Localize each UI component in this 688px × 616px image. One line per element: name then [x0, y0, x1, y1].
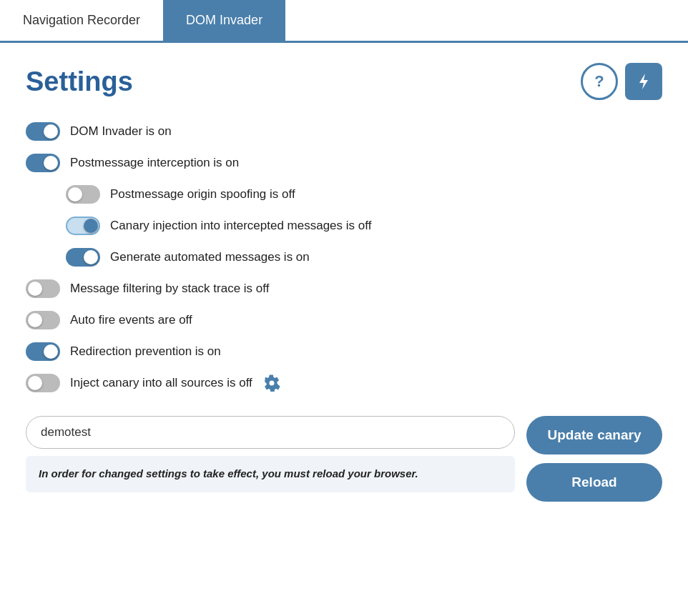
label-generate-automated: Generate automated messages is on: [110, 250, 310, 264]
left-bottom: In order for changed settings to take ef…: [26, 416, 515, 492]
toggle-postmessage-origin-spoofing[interactable]: [66, 185, 100, 204]
setting-row-redirection-prevention: Redirection prevention is on: [26, 336, 662, 367]
label-postmessage-origin-spoofing: Postmessage origin spoofing is off: [110, 187, 295, 202]
setting-row-canary-injection: Canary injection into intercepted messag…: [26, 210, 662, 242]
label-auto-fire-events: Auto fire events are off: [70, 313, 192, 327]
label-message-filtering: Message filtering by stack trace is off: [70, 282, 269, 296]
header-row: Settings ?: [26, 63, 662, 100]
toggle-message-filtering[interactable]: [26, 279, 60, 298]
label-dom-invader-on: DOM Invader is on: [70, 124, 172, 139]
setting-row-postmessage-origin-spoofing: Postmessage origin spoofing is off: [26, 179, 662, 210]
notice-box: In order for changed settings to take ef…: [26, 456, 515, 492]
toggle-canary-injection[interactable]: [66, 217, 100, 235]
toggle-auto-fire-events[interactable]: [26, 311, 60, 329]
setting-row-generate-automated: Generate automated messages is on: [26, 242, 662, 273]
toggle-generate-automated[interactable]: [66, 248, 100, 267]
help-icon[interactable]: ?: [581, 63, 618, 100]
bottom-area: In order for changed settings to take ef…: [26, 416, 662, 502]
label-redirection-prevention: Redirection prevention is on: [70, 344, 221, 359]
label-canary-injection: Canary injection into intercepted messag…: [110, 219, 371, 233]
update-canary-button[interactable]: Update canary: [526, 416, 662, 454]
page-title: Settings: [26, 66, 133, 97]
reload-button[interactable]: Reload: [526, 463, 662, 502]
right-buttons: Update canary Reload: [526, 416, 662, 502]
header-icons: ?: [581, 63, 662, 100]
svg-marker-0: [639, 74, 648, 89]
setting-row-postmessage-interception: Postmessage interception is on: [26, 147, 662, 179]
notice-text: In order for changed settings to take ef…: [39, 466, 502, 482]
label-postmessage-interception: Postmessage interception is on: [70, 156, 239, 170]
canary-input[interactable]: [26, 416, 515, 449]
burp-icon[interactable]: [625, 63, 662, 100]
toggle-inject-canary[interactable]: [26, 374, 60, 392]
toggle-postmessage-interception[interactable]: [26, 154, 60, 172]
gear-icon-inject-canary[interactable]: [262, 374, 281, 392]
tab-bar: Navigation Recorder DOM Invader: [0, 0, 688, 43]
setting-row-message-filtering: Message filtering by stack trace is off: [26, 273, 662, 304]
toggle-redirection-prevention[interactable]: [26, 342, 60, 361]
setting-row-dom-invader-on: DOM Invader is on: [26, 116, 662, 147]
tab-dom-invader[interactable]: DOM Invader: [163, 0, 285, 41]
toggle-dom-invader-on[interactable]: [26, 122, 60, 141]
setting-row-inject-canary: Inject canary into all sources is off: [26, 367, 662, 399]
settings-list: DOM Invader is on Postmessage intercepti…: [26, 116, 662, 399]
tab-navigation-recorder[interactable]: Navigation Recorder: [0, 0, 163, 41]
main-content: Settings ? DOM Invader is on: [0, 43, 688, 527]
setting-row-auto-fire-events: Auto fire events are off: [26, 304, 662, 336]
label-inject-canary: Inject canary into all sources is off: [70, 376, 252, 390]
